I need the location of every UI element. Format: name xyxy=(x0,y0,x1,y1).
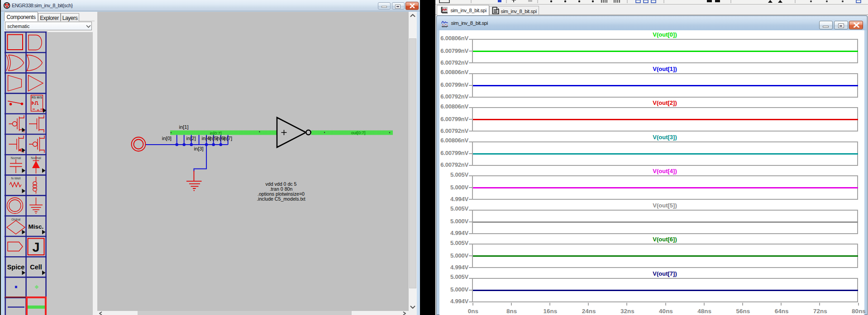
svg-text:.include C5_models.txt: .include C5_models.txt xyxy=(257,196,305,202)
svg-text:J: J xyxy=(32,240,39,254)
svg-text:N-Well: N-Well xyxy=(11,177,21,180)
svg-text:Normal: Normal xyxy=(11,156,21,160)
svg-text:in[7]: in[7] xyxy=(223,136,232,141)
svg-text:in[0:7]: in[0:7] xyxy=(210,131,222,136)
svg-text:RS M/S: RS M/S xyxy=(32,96,43,99)
svg-text:Cell: Cell xyxy=(30,263,42,271)
svg-text:in[2]: in[2] xyxy=(186,136,196,141)
svg-text:in[3]: in[3] xyxy=(194,146,204,151)
svg-text:Spice: Spice xyxy=(7,263,25,271)
svg-text:in[0]: in[0] xyxy=(162,136,172,141)
svg-text:Misc.: Misc. xyxy=(29,223,44,230)
svg-text:out[0:7]: out[0:7] xyxy=(351,130,366,135)
svg-text:in[1]: in[1] xyxy=(179,124,188,130)
